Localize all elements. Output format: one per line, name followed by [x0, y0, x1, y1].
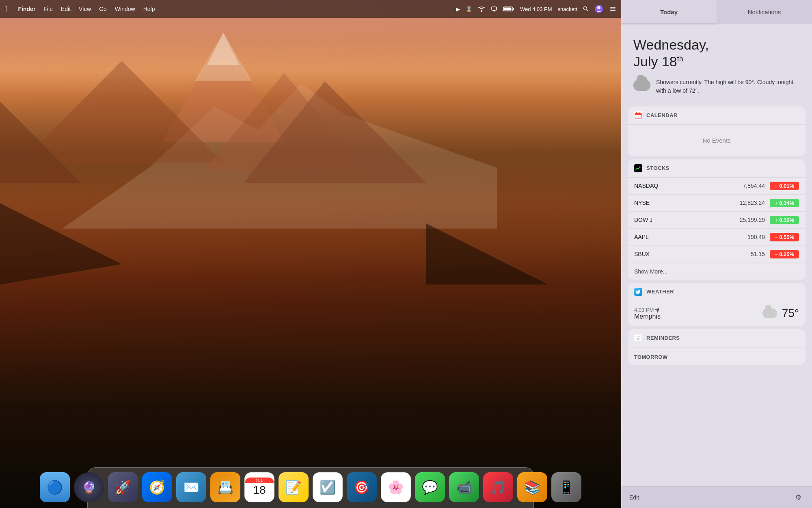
- weather-summary-text: Showers currently. The high will be 90°.…: [656, 78, 800, 95]
- stock-change-sbux: − 0.25%: [770, 250, 799, 258]
- svg-point-30: [636, 291, 638, 293]
- stocks-widget-header: STOCKS: [628, 159, 806, 178]
- svg-line-16: [587, 10, 588, 11]
- calendar-no-events: No Events: [634, 137, 799, 144]
- reminders-widget: REMINDERS TOMORROW: [628, 329, 806, 365]
- stocks-widget-icon: [634, 164, 642, 172]
- stock-name-aapl: AAPL: [634, 234, 667, 240]
- dock-music[interactable]: 🎵: [482, 471, 514, 503]
- svg-rect-13: [504, 8, 512, 11]
- stocks-widget: STOCKS NASDAQ 7,854.44 − 0.01% NYSE 12,8…: [628, 159, 806, 280]
- weather-widget-title: WEATHER: [646, 289, 674, 295]
- weather-time-location: 4:03 PM Memphis: [634, 307, 758, 320]
- tab-today[interactable]: Today: [621, 0, 717, 24]
- menubar-finder[interactable]: Finder: [14, 0, 40, 18]
- menubar-edit[interactable]: Edit: [57, 0, 75, 18]
- weather-widget-header: WEATHER: [628, 283, 806, 301]
- dock-reminders[interactable]: ☑️: [312, 471, 343, 503]
- reminders-widget-header: REMINDERS: [628, 329, 806, 347]
- stock-value-nasdaq: 7,854.44: [667, 182, 770, 189]
- stock-row-nasdaq[interactable]: NASDAQ 7,854.44 − 0.01%: [628, 178, 806, 195]
- svg-marker-11: [492, 10, 496, 12]
- weather-temperature: 75°: [782, 307, 799, 320]
- dock-contacts[interactable]: 📇: [209, 471, 241, 503]
- reminders-tomorrow-title: TOMORROW: [634, 351, 799, 362]
- nc-gear-button[interactable]: ⚙: [793, 492, 804, 503]
- stock-change-dowj: + 0.32%: [770, 216, 799, 224]
- mountain-svg: [0, 0, 621, 508]
- menubar-window[interactable]: Window: [111, 0, 139, 18]
- dock-finder[interactable]: 🔵: [39, 471, 71, 503]
- apple-menu[interactable]: : [5, 5, 8, 13]
- time-machine-icon[interactable]: ⌛: [466, 6, 472, 12]
- dock-photos[interactable]: 🌸: [380, 471, 412, 503]
- svg-rect-14: [513, 8, 514, 10]
- calendar-dock-date: 18: [253, 483, 266, 497]
- dock-safari[interactable]: 🧭: [141, 471, 173, 503]
- stock-value-aapl: 190.40: [667, 234, 770, 240]
- stock-row-aapl[interactable]: AAPL 190.40 − 0.55%: [628, 229, 806, 246]
- airplay-icon[interactable]: [491, 6, 497, 12]
- user-avatar[interactable]: [594, 4, 603, 13]
- battery-icon: [503, 6, 514, 12]
- stock-name-nasdaq: NASDAQ: [634, 182, 667, 189]
- dock-facetime[interactable]: 📹: [448, 471, 480, 503]
- menubar-view[interactable]: View: [75, 0, 95, 18]
- dock-messages[interactable]: 💬: [414, 471, 446, 503]
- menubar-go[interactable]: Go: [95, 0, 111, 18]
- wifi-icon[interactable]: [478, 6, 485, 12]
- stock-name-nyse: NYSE: [634, 200, 667, 206]
- weather-row: 4:03 PM Memphis 75°: [628, 301, 806, 326]
- desktop:  Finder File Edit View Go Window Help ▶…: [0, 0, 621, 508]
- dock-launchpad[interactable]: 🚀: [107, 471, 139, 503]
- notification-center-panel: Today Notifications Wednesday, July 18th…: [621, 0, 812, 508]
- svg-point-15: [584, 7, 587, 10]
- dock-siri[interactable]: 🔮: [73, 471, 105, 503]
- svg-rect-26: [635, 165, 642, 172]
- search-icon[interactable]: [583, 6, 589, 12]
- reminders-body: TOMORROW: [628, 347, 806, 365]
- nc-tabs: Today Notifications: [621, 0, 812, 24]
- nc-toggle-icon[interactable]: [609, 6, 616, 12]
- nc-content[interactable]: Wednesday, July 18th Showers currently. …: [621, 24, 812, 486]
- username-display: shackett: [558, 6, 577, 12]
- menubar-file[interactable]: File: [39, 0, 57, 18]
- stock-value-sbux: 51.15: [667, 251, 770, 257]
- weather-widget-icon: [634, 288, 642, 296]
- weather-cloud-icon: [633, 80, 650, 91]
- tab-notifications[interactable]: Notifications: [717, 0, 812, 24]
- stock-name-dowj: DOW J: [634, 217, 667, 223]
- location-icon: ▶: [456, 6, 460, 12]
- dock-mail[interactable]: ✉️: [175, 471, 207, 503]
- calendar-widget-header: CALENDAR: [628, 106, 806, 125]
- dock-finder-dot: [54, 504, 56, 506]
- weather-location: Memphis: [634, 313, 758, 320]
- menubar-help[interactable]: Help: [139, 0, 159, 18]
- calendar-widget: CALENDAR No Events: [628, 106, 806, 156]
- stocks-widget-title: STOCKS: [646, 165, 669, 171]
- calendar-widget-title: CALENDAR: [646, 112, 678, 118]
- stock-value-nyse: 12,823.24: [667, 200, 770, 206]
- dock-more[interactable]: 📱: [551, 471, 582, 503]
- weather-icon-small: [762, 308, 777, 318]
- stocks-show-more[interactable]: Show More...: [628, 263, 806, 280]
- dock-keynote[interactable]: 🎯: [346, 471, 378, 503]
- reminders-widget-icon: [634, 334, 642, 342]
- dock: 🔵 🔮 🚀 🧭 ✉️: [0, 463, 621, 508]
- nc-edit-button[interactable]: Edit: [629, 494, 639, 501]
- stock-change-nasdaq: − 0.01%: [770, 182, 799, 190]
- dock-notes[interactable]: 📝: [278, 471, 309, 503]
- reminders-widget-title: REMINDERS: [646, 335, 680, 341]
- dock-books[interactable]: 📚: [516, 471, 548, 503]
- stock-value-dowj: 25,199.29: [667, 217, 770, 223]
- menubar-right: ▶ ⌛: [456, 4, 616, 13]
- stock-row-dowj[interactable]: DOW J 25,199.29 + 0.32%: [628, 212, 806, 229]
- dock-calendar[interactable]: JUL 18: [244, 471, 275, 503]
- svg-point-18: [597, 6, 600, 9]
- calendar-widget-icon: [634, 111, 642, 119]
- svg-rect-10: [492, 7, 497, 10]
- menubar:  Finder File Edit View Go Window Help ▶…: [0, 0, 621, 18]
- nc-date-line1: Wednesday,: [633, 37, 800, 53]
- stock-row-sbux[interactable]: SBUX 51.15 − 0.25%: [628, 246, 806, 263]
- stock-row-nyse[interactable]: NYSE 12,823.24 + 0.34%: [628, 195, 806, 212]
